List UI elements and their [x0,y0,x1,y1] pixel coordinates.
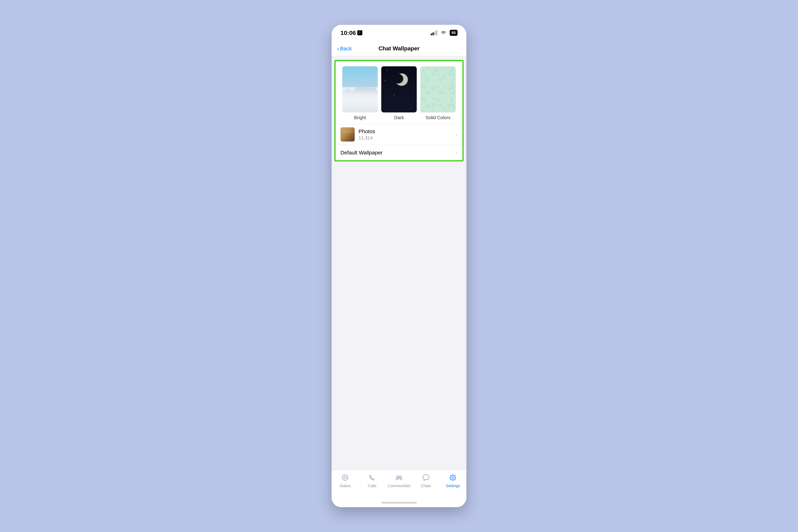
dark-thumbnail [381,66,417,112]
tab-status[interactable]: Status [331,473,359,488]
svg-point-1 [344,476,346,479]
photos-content: Photos 11,314 [355,128,456,140]
wallpaper-dark[interactable]: Dark [380,66,418,124]
highlighted-section: Bright [335,60,463,162]
communities-tab-icon [394,473,404,482]
status-tab-label: Status [340,483,350,488]
back-chevron-icon: ‹ [337,45,339,52]
calls-tab-label: Calls [368,483,377,488]
navigation-bar: ‹ Back Chat Wallpaper [331,41,467,56]
content-area: Bright [331,56,467,470]
default-wallpaper-row[interactable]: Default Wallpaper › [336,145,462,160]
signal-icon [431,30,437,35]
default-wallpaper-label: Default Wallpaper [341,150,456,156]
back-button[interactable]: ‹ Back [337,45,362,52]
calls-tab-icon [367,473,377,482]
status-tab-icon [341,473,350,482]
chats-tab-label: Chats [421,483,431,488]
svg-point-4 [452,476,454,479]
solid-colors-thumbnail [420,66,456,112]
wallpaper-grid: Bright [336,61,462,124]
settings-tab-icon [448,473,457,482]
status-bar: 10:06 ! 95 [331,25,467,41]
svg-point-5 [451,475,455,480]
content-remainder [331,162,467,470]
tab-chats[interactable]: Chats [413,473,439,488]
tab-settings[interactable]: Settings [439,473,467,488]
bright-thumbnail [342,66,378,112]
status-right-icons: 95 [431,30,457,36]
photos-count: 11,314 [359,135,456,140]
wallpaper-bright[interactable]: Bright [341,66,380,124]
back-label: Back [340,45,352,52]
svg-point-0 [342,475,348,480]
wallpaper-solid-colors[interactable]: Solid Colors [418,66,457,124]
dark-label: Dark [394,115,404,124]
wifi-icon [440,30,447,35]
tab-communities[interactable]: Communities [385,473,413,488]
home-indicator [331,498,467,507]
page-title: Chat Wallpaper [362,45,436,52]
photos-row[interactable]: Photos 11,314 › [336,124,462,145]
chats-tab-icon [421,473,431,482]
communities-tab-label: Communities [388,483,410,488]
status-notification-icon: ! [357,30,362,35]
svg-point-2 [397,476,399,478]
tab-bar: Status Calls Communities [331,470,467,498]
battery-label: 95 [450,30,457,36]
photos-thumbnail [341,127,355,141]
photos-title: Photos [359,128,456,134]
photos-chevron-icon: › [456,131,457,138]
stars-decoration [381,66,417,112]
solid-colors-label: Solid Colors [425,115,451,124]
svg-point-3 [399,476,401,478]
status-time: 10:06 ! [341,30,362,36]
default-wallpaper-chevron-icon: › [456,149,457,156]
settings-tab-label: Settings [446,483,460,488]
phone-frame: 10:06 ! 95 ‹ Back Chat Wallpap [331,25,467,507]
home-bar [381,502,417,504]
tab-calls[interactable]: Calls [359,473,385,488]
bright-label: Bright [354,115,366,124]
time-label: 10:06 [341,30,356,36]
